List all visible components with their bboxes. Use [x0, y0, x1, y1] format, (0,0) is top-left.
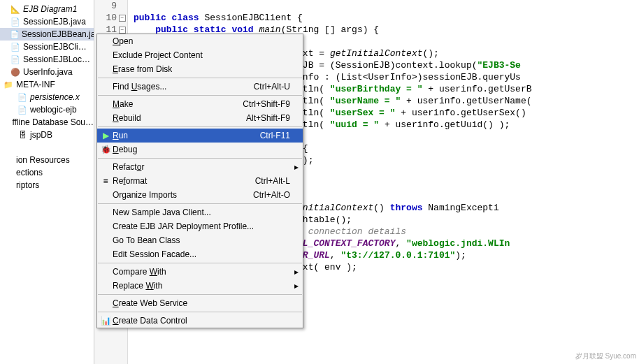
menu-item-edit-session-facade[interactable]: Edit Session Facade... [97, 247, 303, 261]
watermark: 岁月联盟 Syue.com [575, 351, 636, 361]
file-icon [3, 142, 14, 153]
debug-icon: 🐞 [99, 145, 113, 154]
submenu-arrow-icon: ▸ [290, 281, 299, 291]
menu-item-label: Exclude Project Content [113, 50, 283, 60]
menu-item-reformat[interactable]: ≡ReformatCtrl+Alt-L [97, 174, 303, 188]
menu-item-label: Run [113, 131, 253, 140]
menu-item-label: Replace With [113, 281, 283, 291]
tree-item-label: riptors [16, 180, 39, 190]
menu-item-erase-from-disk[interactable]: Erase from Disk [97, 62, 303, 76]
tree-item-label: persistence.x [30, 92, 80, 102]
menu-separator [98, 312, 302, 312]
menu-item-label: Create EJB JAR Deployment Profile... [113, 221, 283, 231]
tree-item-label: EJB Diagram1 [23, 4, 77, 14]
tree-item[interactable]: 📄SessionEJBLoc… [0, 53, 94, 66]
tree-item[interactable]: ections [0, 166, 94, 179]
tree-item[interactable]: 📄SessionEJBCli… [0, 41, 94, 53]
menu-item-new-sample-java-client[interactable]: New Sample Java Client... [97, 205, 303, 219]
menu-item-label: Debug [113, 145, 283, 154]
file-icon: 📄 [17, 92, 28, 103]
file-icon: 📄 [10, 54, 21, 65]
menu-separator [98, 263, 302, 263]
tree-item-label: SessionEJBCli… [23, 42, 87, 52]
line-number: 9 [94, 0, 126, 12]
tree-item[interactable]: riptors [0, 179, 94, 191]
tree-item-label: weblogic-ejb [30, 105, 77, 115]
menu-item-exclude-project-content[interactable]: Exclude Project Content [97, 48, 303, 62]
tree-item-label: ffline Database Sou… [12, 117, 94, 127]
tree-item[interactable]: ffline Database Sou… [0, 116, 94, 129]
menu-item-label: Erase from Disk [113, 64, 283, 74]
project-tree: 📐EJB Diagram1📄SessionEJB.java📄SessionEJB… [0, 0, 94, 364]
code-line[interactable]: public class SessionEJBClient { [134, 12, 639, 24]
line-number: 10− [94, 12, 126, 24]
menu-item-run[interactable]: ▶RunCtrl-F11 [97, 129, 303, 143]
tree-item[interactable]: 📄SessionEJB.java [0, 15, 94, 28]
run-icon: ▶ [99, 131, 113, 140]
menu-item-refactor[interactable]: Refactor▸ [97, 160, 303, 174]
menu-separator [98, 126, 302, 127]
menu-item-go-to-bean-class[interactable]: Go To Bean Class [97, 233, 303, 247]
file-icon [3, 117, 10, 128]
menu-item-label: Open [113, 36, 283, 46]
menu-item-open[interactable]: Open [97, 34, 303, 48]
menu-item-label: Create Data Control [113, 316, 283, 326]
menu-item-label: Reformat [113, 176, 248, 186]
menu-item-label: Organize Imports [113, 190, 246, 200]
tree-item[interactable]: 📄persistence.x [0, 91, 94, 103]
tree-item-label: META-INF [16, 80, 55, 89]
menu-separator [98, 78, 302, 78]
tree-item[interactable]: 📐EJB Diagram1 [0, 3, 94, 15]
file-icon: 📄 [10, 41, 21, 52]
tree-item[interactable]: 📄SessionEJBBean.java [0, 28, 94, 41]
context-menu[interactable]: OpenExclude Project ContentErase from Di… [96, 34, 303, 328]
menu-shortcut: Ctrl+Alt-L [248, 176, 290, 186]
tree-item-label: UserInfo.java [23, 67, 73, 77]
tree-item[interactable] [0, 141, 94, 154]
tree-item[interactable]: 🟤UserInfo.java [0, 66, 94, 78]
fold-toggle-icon[interactable]: − [119, 27, 126, 34]
file-icon: 📐 [10, 3, 21, 15]
tree-item-label: SessionEJBLoc… [23, 54, 90, 64]
tree-item[interactable]: 🗄jspDB [0, 129, 94, 141]
submenu-arrow-icon: ▸ [290, 267, 299, 277]
file-icon: 📄 [17, 104, 28, 115]
menu-item-label: Compare With [113, 267, 283, 277]
menu-item-create-data-control[interactable]: 📊Create Data Control [97, 314, 303, 328]
file-icon: 📁 [3, 79, 14, 90]
tree-item-label: SessionEJBBean.java [22, 29, 94, 39]
menu-item-rebuild[interactable]: RebuildAlt+Shift-F9 [97, 111, 303, 125]
file-icon [3, 154, 14, 166]
menu-shortcut: Ctrl+Alt-U [247, 82, 290, 92]
menu-item-label: Find Usages... [113, 82, 247, 92]
tree-item[interactable]: 📁META-INF [0, 78, 94, 91]
menu-separator [98, 203, 302, 204]
fold-toggle-icon[interactable]: − [119, 15, 126, 22]
tree-item-label: jspDB [30, 130, 52, 140]
file-icon: 📄 [10, 16, 21, 27]
file-icon: 🟤 [10, 66, 21, 78]
menu-item-label: New Sample Java Client... [113, 208, 283, 217]
menu-item-debug[interactable]: 🐞Debug [97, 143, 303, 156]
menu-item-label: Edit Session Facade... [113, 249, 283, 259]
menu-item-create-web-service[interactable]: Create Web Service [97, 296, 303, 310]
menu-item-replace-with[interactable]: Replace With▸ [97, 279, 303, 293]
menu-item-label: Make [113, 99, 236, 109]
tree-item[interactable]: 📄weblogic-ejb [0, 103, 94, 116]
menu-item-compare-with[interactable]: Compare With▸ [97, 265, 303, 279]
file-icon [3, 167, 14, 178]
menu-item-label: Refactor [113, 162, 283, 172]
menu-shortcut: Ctrl+Alt-O [246, 190, 290, 200]
menu-item-make[interactable]: MakeCtrl+Shift-F9 [97, 97, 303, 111]
menu-shortcut: Alt+Shift-F9 [239, 113, 290, 123]
tree-item[interactable]: ion Resources [0, 154, 94, 166]
create data control-icon: 📊 [99, 316, 113, 326]
menu-item-organize-imports[interactable]: Organize ImportsCtrl+Alt-O [97, 188, 303, 202]
menu-item-find-usages[interactable]: Find Usages...Ctrl+Alt-U [97, 80, 303, 94]
submenu-arrow-icon: ▸ [290, 162, 299, 172]
file-icon: 🗄 [17, 129, 28, 140]
menu-item-create-ejb-jar-deployment-profile[interactable]: Create EJB JAR Deployment Profile... [97, 219, 303, 233]
menu-separator [98, 95, 302, 96]
tree-item-label: ion Resources [16, 155, 70, 165]
code-line[interactable] [134, 0, 639, 12]
